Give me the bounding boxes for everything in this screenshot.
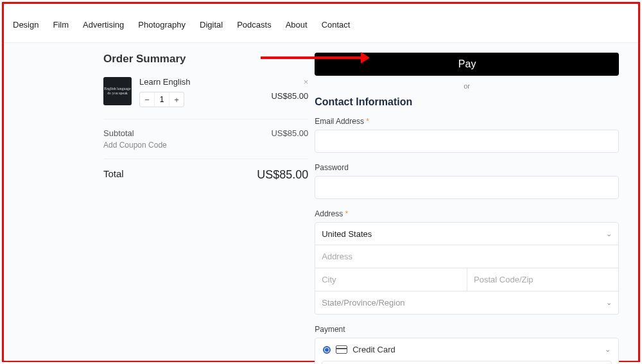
state-placeholder: State/Province/Region: [322, 298, 404, 308]
or-divider: or: [315, 82, 619, 90]
city-field[interactable]: [315, 268, 467, 291]
zip-field[interactable]: [467, 268, 619, 291]
top-nav: Design Film Advertising Photography Digi…: [4, 4, 638, 43]
annotation-arrow: [261, 53, 370, 62]
credit-card-option[interactable]: Credit Card ⌄: [315, 338, 618, 361]
state-select[interactable]: State/Province/Region ⌄: [315, 291, 619, 315]
subtotal-label: Subtotal: [103, 128, 134, 138]
country-select[interactable]: United States ⌄: [315, 222, 619, 245]
payment-label: Payment: [315, 325, 619, 334]
cart-item-row: English languagedo you speak Learn Engli…: [103, 77, 308, 119]
qty-increase-button[interactable]: +: [169, 92, 184, 107]
nav-digital[interactable]: Digital: [200, 20, 223, 30]
credit-card-icon: [336, 345, 347, 354]
nav-contact[interactable]: Contact: [322, 20, 351, 30]
card-input-row[interactable]: MM / YY CVC: [322, 361, 612, 364]
payment-box: Credit Card ⌄ MM / YY CVC: [315, 338, 619, 364]
qty-input[interactable]: [154, 92, 169, 107]
nav-design[interactable]: Design: [13, 20, 39, 30]
nav-about[interactable]: About: [286, 20, 308, 30]
nav-podcasts[interactable]: Podcasts: [237, 20, 271, 30]
email-label: Email Address *: [315, 117, 619, 126]
password-label: Password: [315, 163, 619, 172]
total-label: Total: [103, 168, 124, 182]
credit-card-label: Credit Card: [352, 345, 395, 354]
radio-selected-icon: [323, 346, 331, 354]
country-value: United States: [322, 229, 372, 239]
item-name: Learn English: [139, 77, 308, 87]
item-price: US$85.00: [271, 91, 308, 101]
nav-advertising[interactable]: Advertising: [83, 20, 124, 30]
email-field[interactable]: [315, 130, 619, 153]
subtotal-value: US$85.00: [271, 128, 308, 138]
contact-info-heading: Contact Information: [315, 96, 619, 108]
add-coupon-link[interactable]: Add Coupon Code: [103, 141, 308, 150]
apple-pay-label: Pay: [458, 58, 476, 70]
remove-item-icon[interactable]: ×: [304, 77, 309, 87]
total-value: US$85.00: [257, 168, 308, 182]
chevron-down-icon: ⌄: [606, 230, 612, 238]
nav-film[interactable]: Film: [53, 20, 69, 30]
quantity-stepper[interactable]: − +: [139, 92, 184, 107]
address-label: Address *: [315, 209, 619, 218]
password-field[interactable]: [315, 176, 619, 199]
nav-photography[interactable]: Photography: [138, 20, 186, 30]
chevron-down-icon: ⌄: [606, 299, 612, 307]
chevron-down-icon: ⌄: [605, 345, 611, 354]
qty-decrease-button[interactable]: −: [140, 92, 154, 107]
item-thumbnail: English languagedo you speak: [103, 77, 132, 105]
address-field[interactable]: [315, 245, 619, 268]
